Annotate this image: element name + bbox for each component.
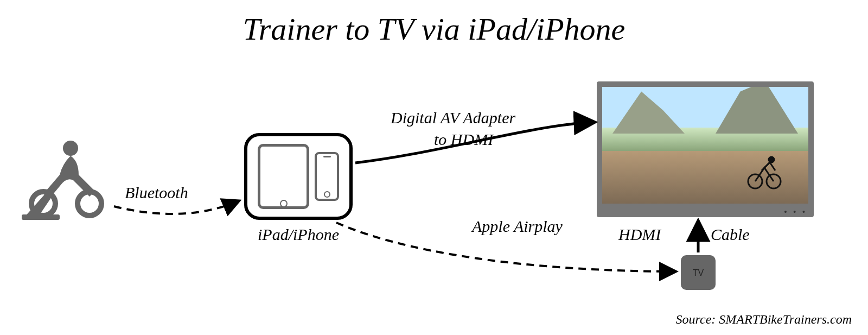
label-hdmi-right: Cable bbox=[711, 225, 750, 244]
svg-rect-3 bbox=[22, 214, 60, 220]
arrow-bluetooth bbox=[114, 201, 239, 214]
apple-tv-label: TV bbox=[693, 269, 704, 277]
source-attribution: Source: SMARTBikeTrainers.com bbox=[676, 312, 852, 327]
label-av-adapter-2: to HDMI bbox=[434, 130, 493, 149]
label-av-adapter-1: Digital AV Adapter bbox=[391, 109, 515, 127]
bike-trainer-icon bbox=[22, 138, 119, 220]
label-bluetooth: Bluetooth bbox=[125, 184, 188, 202]
svg-point-6 bbox=[769, 157, 774, 162]
ipad-icon bbox=[258, 144, 309, 209]
label-airplay: Apple Airplay bbox=[472, 217, 563, 236]
tv-icon bbox=[597, 81, 814, 217]
svg-point-0 bbox=[63, 141, 78, 156]
iphone-icon bbox=[315, 152, 339, 201]
label-hdmi-left: HDMI bbox=[618, 225, 661, 244]
tv-screen bbox=[602, 87, 808, 204]
ipad-iphone-icon bbox=[244, 133, 353, 220]
apple-tv-icon: TV bbox=[681, 255, 716, 290]
diagram-title: Trainer to TV via iPad/iPhone bbox=[0, 11, 868, 47]
label-device: iPad/iPhone bbox=[258, 225, 339, 244]
